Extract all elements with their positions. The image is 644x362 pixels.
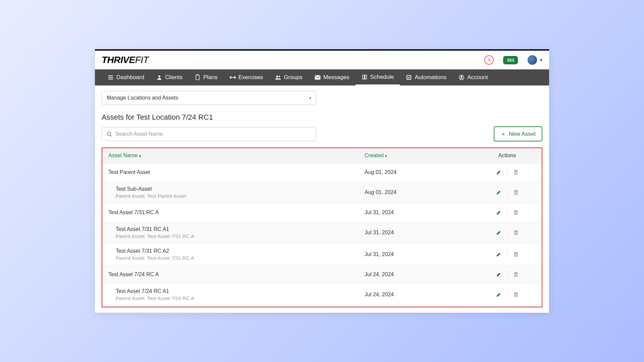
asset-name: Test Sub-Asset (116, 186, 365, 192)
users-icon (275, 74, 281, 80)
sort-icon: ♦ (385, 154, 387, 158)
svg-rect-0 (108, 75, 113, 76)
asset-name-cell: Test Sub-AssetParent Asset: Test Parent … (108, 186, 365, 199)
parent-asset-label: Parent Asset: Test Asset 7/31 RC A (116, 255, 365, 261)
main-nav: DashboardClientsPlansExercisesGroupsMess… (95, 69, 549, 85)
svg-rect-5 (197, 74, 199, 75)
edit-button[interactable] (490, 250, 507, 259)
created-cell: Jul 31, 2024 (365, 209, 479, 216)
svg-point-11 (276, 76, 278, 77)
svg-point-12 (279, 76, 280, 77)
asset-name-cell: Test Asset 7/31 RC A1Parent Asset: Test … (108, 226, 365, 239)
table-row: Test Asset 7/24 RC A2Parent Asset: Test … (102, 306, 542, 307)
edit-button[interactable] (490, 188, 507, 197)
table-row: Test Asset 7/31 RC A1Parent Asset: Test … (102, 222, 542, 244)
col-asset-name[interactable]: Asset Name♦ (108, 153, 365, 159)
created-cell: Aug 01, 2024 (365, 189, 479, 195)
search-box[interactable] (102, 127, 316, 141)
delete-button[interactable] (507, 250, 524, 259)
list-icon (108, 74, 114, 80)
created-cell: Jul 24, 2024 (365, 292, 479, 298)
actions-cell (479, 228, 536, 237)
search-icon (107, 131, 112, 137)
book-icon (362, 74, 368, 80)
page-title: Assets for Test Location 7/24 RC1 (102, 113, 542, 122)
created-cell: Aug 01, 2024 (365, 169, 479, 175)
notification-badge[interactable]: 353 (503, 56, 518, 64)
pencil-icon (496, 170, 501, 175)
svg-point-17 (461, 76, 462, 77)
delete-button[interactable] (507, 168, 524, 177)
delete-button[interactable] (507, 270, 524, 279)
nav-dashboard[interactable]: Dashboard (102, 69, 150, 85)
chevron-down-icon[interactable]: ▾ (540, 57, 542, 63)
nav-label: Dashboard (116, 74, 144, 81)
edit-button[interactable] (490, 290, 507, 299)
table-row: Test Sub-AssetParent Asset: Test Parent … (102, 182, 542, 203)
actions-cell (479, 290, 536, 299)
table-row: Test Asset 7/31 RC AJul 31, 2024 (102, 203, 542, 222)
trash-icon (514, 190, 518, 195)
nav-clients[interactable]: Clients (150, 69, 189, 85)
caret-down-icon: ▾ (309, 96, 311, 100)
svg-rect-22 (515, 211, 517, 215)
parent-asset-label: Parent Asset: Test Parent Asset (116, 193, 365, 199)
new-asset-label: New Asset (509, 131, 536, 137)
nav-automations[interactable]: Automations (400, 69, 452, 85)
svg-rect-21 (515, 191, 517, 194)
nav-messages[interactable]: Messages (309, 69, 355, 85)
toolbar: ＋ New Asset (102, 126, 542, 141)
edit-button[interactable] (490, 270, 507, 279)
nav-schedule[interactable]: Schedule (356, 69, 400, 85)
pencil-icon (496, 272, 501, 277)
clock-icon[interactable] (484, 55, 494, 65)
table-row: Test Asset 7/31 RC A2Parent Asset: Test … (102, 244, 542, 265)
svg-rect-13 (315, 75, 320, 79)
delete-button[interactable] (507, 188, 524, 197)
manage-dropdown[interactable]: Manage Locations and Assets ▾ (102, 91, 316, 105)
circle-user-icon (459, 74, 465, 80)
edit-button[interactable] (490, 168, 507, 177)
asset-name-cell: Test Asset 7/31 RC A2Parent Asset: Test … (108, 248, 365, 261)
content: Manage Locations and Assets ▾ Assets for… (95, 85, 549, 313)
actions-cell (479, 208, 536, 217)
new-asset-button[interactable]: ＋ New Asset (494, 126, 542, 141)
asset-name-cell: Test Parent Asset (108, 169, 365, 175)
pencil-icon (496, 292, 501, 297)
nav-plans[interactable]: Plans (189, 69, 224, 85)
nav-exercises[interactable]: Exercises (224, 69, 269, 85)
trash-icon (514, 210, 518, 215)
delete-button[interactable] (507, 290, 524, 299)
col-actions: Actions (479, 153, 536, 159)
nav-label: Plans (203, 74, 218, 81)
nav-label: Groups (284, 74, 303, 81)
app-window: THRIVEFIT 353 ▾ DashboardClientsPlansExe… (95, 49, 549, 313)
svg-rect-9 (230, 77, 230, 78)
delete-button[interactable] (507, 228, 524, 237)
pencil-icon (496, 252, 501, 257)
nav-groups[interactable]: Groups (269, 69, 309, 85)
check-square-icon (406, 74, 412, 80)
created-cell: Jul 24, 2024 (365, 272, 479, 278)
col-created[interactable]: Created♦ (365, 153, 479, 159)
header: THRIVEFIT 353 ▾ (95, 51, 549, 69)
search-input[interactable] (115, 131, 311, 137)
asset-table: Asset Name♦ Created♦ Actions Test Parent… (102, 147, 542, 307)
dumbbell-icon (230, 74, 236, 80)
table-body: Test Parent AssetAug 01, 2024Test Sub-As… (102, 163, 542, 307)
delete-button[interactable] (507, 208, 524, 217)
avatar[interactable] (527, 55, 537, 65)
pencil-icon (496, 190, 501, 195)
svg-rect-2 (108, 79, 113, 79)
nav-label: Messages (323, 74, 349, 81)
dropdown-label: Manage Locations and Assets (107, 95, 178, 101)
created-cell: Jul 31, 2024 (365, 230, 479, 236)
asset-name: Test Asset 7/31 RC A2 (116, 248, 365, 254)
edit-button[interactable] (490, 228, 507, 237)
nav-account[interactable]: Account (452, 69, 494, 85)
asset-name: Test Asset 7/31 RC A (108, 209, 365, 216)
trash-icon (514, 272, 518, 277)
envelope-icon (315, 74, 321, 80)
edit-button[interactable] (490, 208, 507, 217)
clipboard-icon (195, 74, 201, 80)
